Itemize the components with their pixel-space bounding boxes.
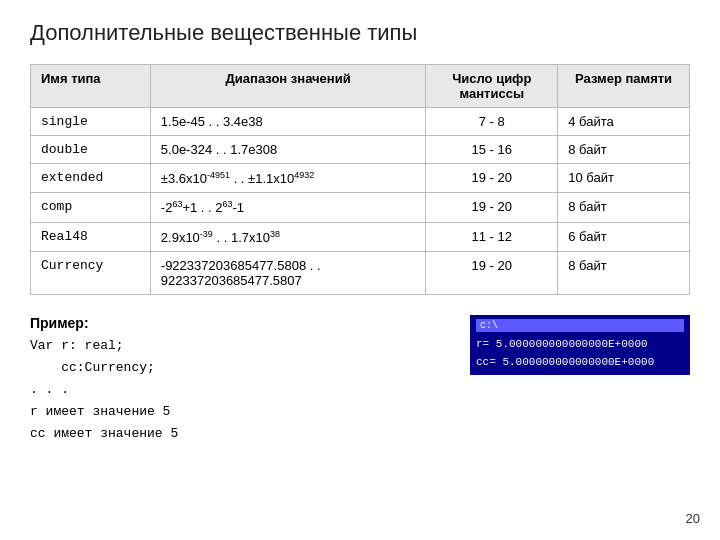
type-size: 8 байт — [558, 251, 690, 294]
table-row: extended ±3.6х10-4951 . . ±1.1x104932 19… — [31, 164, 690, 193]
terminal-line-2: cc= 5.000000000000000E+0000 — [476, 354, 684, 372]
table-row: single 1.5e-45 . . 3.4e38 7 - 8 4 байта — [31, 108, 690, 136]
type-name: Real48 — [31, 222, 151, 251]
type-name: Currency — [31, 251, 151, 294]
code-block: Var r: real; cc:Currency; . . . r имеет … — [30, 335, 450, 445]
table-row: double 5.0e-324 . . 1.7e308 15 - 16 8 ба… — [31, 136, 690, 164]
terminal-window: c:\ r= 5.000000000000000E+0000 cc= 5.000… — [470, 315, 690, 375]
type-size: 8 байт — [558, 136, 690, 164]
type-range: -922337203685477.5808 . . 92233720368547… — [150, 251, 426, 294]
example-label: Пример: — [30, 315, 450, 331]
table-row: Currency -922337203685477.5808 . . 92233… — [31, 251, 690, 294]
type-digits: 19 - 20 — [426, 164, 558, 193]
type-name: extended — [31, 164, 151, 193]
header-name: Имя типа — [31, 65, 151, 108]
type-size: 10 байт — [558, 164, 690, 193]
header-range: Диапазон значений — [150, 65, 426, 108]
type-range: 1.5e-45 . . 3.4e38 — [150, 108, 426, 136]
type-digits: 15 - 16 — [426, 136, 558, 164]
page-title: Дополнительные вещественные типы — [30, 20, 690, 46]
table-row: Real48 2.9x10-39 . . 1.7x1038 11 - 12 6 … — [31, 222, 690, 251]
type-digits: 7 - 8 — [426, 108, 558, 136]
type-digits: 11 - 12 — [426, 222, 558, 251]
type-name: single — [31, 108, 151, 136]
type-size: 6 байт — [558, 222, 690, 251]
type-range: 2.9x10-39 . . 1.7x1038 — [150, 222, 426, 251]
type-range: -263+1 . . 263-1 — [150, 193, 426, 222]
type-size: 8 байт — [558, 193, 690, 222]
header-digits: Число цифр мантиссы — [426, 65, 558, 108]
type-digits: 19 - 20 — [426, 193, 558, 222]
header-size: Размер памяти — [558, 65, 690, 108]
type-name: double — [31, 136, 151, 164]
type-range: 5.0e-324 . . 1.7e308 — [150, 136, 426, 164]
types-table: Имя типа Диапазон значений Число цифр ма… — [30, 64, 690, 295]
terminal-title-bar: c:\ — [476, 319, 684, 332]
type-range: ±3.6х10-4951 . . ±1.1x104932 — [150, 164, 426, 193]
table-row: comp -263+1 . . 263-1 19 - 20 8 байт — [31, 193, 690, 222]
type-size: 4 байта — [558, 108, 690, 136]
type-name: comp — [31, 193, 151, 222]
page-number: 20 — [686, 511, 700, 526]
type-digits: 19 - 20 — [426, 251, 558, 294]
terminal-line-1: r= 5.000000000000000E+0000 — [476, 336, 684, 354]
